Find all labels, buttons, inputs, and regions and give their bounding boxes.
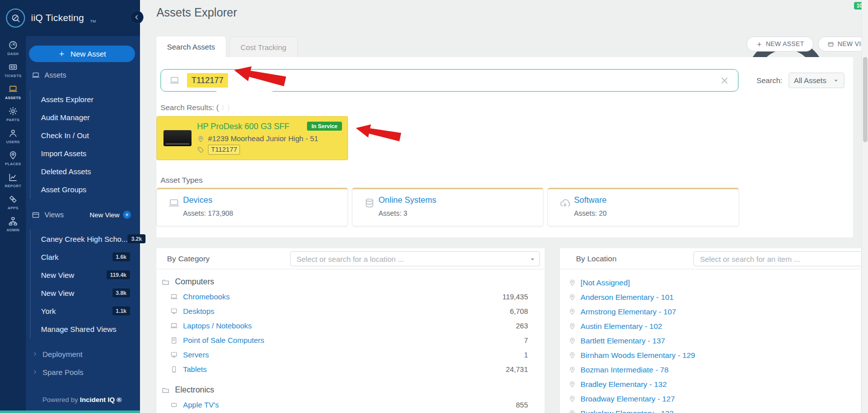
rail-item-admin[interactable]: ADMIN: [6, 216, 20, 232]
sidebar-item-asset-groups[interactable]: Asset Groups: [30, 181, 135, 199]
category-link[interactable]: Desktops: [183, 307, 214, 315]
category-link[interactable]: Apple TV's: [183, 400, 219, 409]
search-result-card[interactable]: HP ProDesk 600 G3 SFF #1239 Moorhead Jun…: [156, 116, 348, 160]
rail-item-report[interactable]: REPORT: [4, 172, 21, 188]
location-item-filter[interactable]: [694, 251, 861, 266]
section-toggle-deployment[interactable]: Deployment: [32, 347, 135, 360]
asset-type-link[interactable]: Software: [574, 195, 606, 205]
search-scope-value: All Assets: [794, 76, 826, 85]
asset-type-count: Assets: 3: [378, 209, 408, 217]
category-link[interactable]: Chromebooks: [183, 292, 230, 301]
location-link[interactable]: [Not Assigned]: [580, 278, 630, 287]
sidebar-item-audit-manager[interactable]: Audit Manager: [30, 109, 135, 127]
rail-item-tickets[interactable]: TICKETS: [4, 62, 22, 78]
assets-menu-list: Assets ExplorerAudit ManagerCheck In / O…: [30, 91, 135, 199]
view-item-york[interactable]: York1.1k: [30, 302, 135, 320]
category-item-point-of-sale-computers[interactable]: Point of Sale Computers7: [156, 333, 544, 347]
new-asset-button[interactable]: New Asset: [29, 46, 135, 62]
sidebar-item-manage-shared-views[interactable]: Manage Shared Views: [30, 320, 135, 338]
location-item-anderson-elementary-101[interactable]: Anderson Elementary - 101: [560, 290, 861, 304]
location-link[interactable]: Anderson Elementary - 101: [580, 293, 674, 302]
new-asset-action-button[interactable]: NEW ASSET: [746, 37, 814, 52]
sidebar-item-check-in-out[interactable]: Check In / Out: [30, 127, 135, 145]
rail-item-users[interactable]: USERS: [6, 128, 20, 144]
view-item-new-view[interactable]: New View3.8k: [30, 284, 135, 302]
tab-search-assets[interactable]: Search Assets: [156, 37, 226, 57]
location-link[interactable]: Birnham Woods Elementary - 129: [580, 351, 695, 360]
section-toggle-spare-pools[interactable]: Spare Pools: [32, 365, 135, 378]
location-item-birnham-woods-elementary-129[interactable]: Birnham Woods Elementary - 129: [560, 348, 861, 362]
location-link[interactable]: Bradley Elementary - 132: [580, 380, 667, 389]
location-item-austin-elementary-102[interactable]: Austin Elementary - 102: [560, 319, 861, 333]
category-link[interactable]: Laptops / Notebooks: [183, 321, 252, 330]
sidebar-item-assets-explorer[interactable]: Assets Explorer: [30, 91, 135, 109]
asset-type-cards: DevicesAssets: 173,908Online SystemsAsse…: [156, 188, 739, 226]
location-list: [Not Assigned]Anderson Elementary - 101A…: [560, 269, 861, 413]
asset-type-count: Assets: 20: [574, 209, 606, 217]
category-link[interactable]: Point of Sale Computers: [183, 336, 264, 344]
category-group-electronics: Electronics: [156, 382, 544, 397]
rail-item-label: ADMIN: [6, 228, 20, 232]
sidebar-item-import-assets[interactable]: Import Assets: [30, 145, 135, 163]
orgchart-icon: [8, 216, 18, 226]
view-item-clark[interactable]: Clark1.6k: [30, 248, 135, 266]
location-item-bozman-intermediate-78[interactable]: Bozman Intermediate - 78: [560, 362, 861, 377]
category-filter-input[interactable]: [290, 252, 540, 266]
page-scrollbar[interactable]: [862, 0, 868, 413]
asset-type-card-software[interactable]: SoftwareAssets: 20: [548, 188, 739, 226]
view-item-caney-creek-high-scho[interactable]: Caney Creek High Scho...3.2k: [30, 230, 135, 248]
category-item-servers[interactable]: Servers1: [156, 347, 544, 362]
view-count-badge: 3.8k: [112, 288, 130, 297]
new-view-link[interactable]: New View: [90, 211, 131, 219]
cloud-down-icon: [559, 197, 571, 209]
location-link[interactable]: Armstrong Elementary - 107: [580, 307, 676, 316]
search-scope-label: Search:: [756, 76, 782, 85]
location-link[interactable]: Broadway Elementary - 127: [580, 394, 675, 403]
category-item-apple-tv-s[interactable]: Apple TV's855: [156, 397, 544, 412]
location-item-armstrong-elementary-107[interactable]: Armstrong Elementary - 107: [560, 304, 861, 319]
pin-icon: [8, 150, 18, 160]
category-item-laptops-notebooks[interactable]: Laptops / Notebooks263: [156, 318, 544, 333]
location-item-buckalew-elementary-123[interactable]: Buckalew Elementary - 123: [560, 406, 861, 413]
rail-item-places[interactable]: PLACES: [5, 150, 21, 166]
category-location-filter[interactable]: [290, 251, 540, 266]
pin-icon: [568, 322, 576, 330]
location-link[interactable]: Bartlett Elementary - 137: [580, 336, 665, 345]
location-filter-input[interactable]: [694, 252, 861, 266]
location-item-not-assigned[interactable]: [Not Assigned]: [560, 275, 861, 290]
location-link[interactable]: Buckalew Elementary - 123: [580, 409, 674, 413]
rail-item-dash[interactable]: DASH: [8, 40, 18, 56]
top-action-buttons: NEW ASSET NEW VIEW: [746, 37, 868, 52]
location-item-bradley-elementary-132[interactable]: Bradley Elementary - 132: [560, 377, 861, 391]
asset-type-card-online-systems[interactable]: Online SystemsAssets: 3: [352, 188, 544, 226]
location-item-bartlett-elementary-137[interactable]: Bartlett Elementary - 137: [560, 333, 861, 348]
new-view-action-button[interactable]: NEW VIEW: [818, 37, 868, 52]
status-badge: In Service: [307, 122, 342, 131]
plus-icon: [123, 211, 131, 219]
location-link[interactable]: Bozman Intermediate - 78: [580, 365, 668, 374]
sidebar-collapse-button[interactable]: [130, 11, 144, 24]
monitor-icon: [170, 351, 178, 359]
rail-item-parts[interactable]: PARTS: [6, 106, 20, 122]
search-scope: Search: All Assets: [756, 73, 844, 88]
category-link[interactable]: Servers: [183, 350, 209, 359]
clear-search-icon[interactable]: [719, 75, 730, 86]
view-item-new-view[interactable]: New View119.4k: [30, 266, 135, 284]
rail-item-apps[interactable]: APPS: [8, 194, 18, 210]
asset-type-link[interactable]: Devices: [183, 195, 212, 205]
category-link[interactable]: Tablets: [183, 365, 207, 373]
category-item-desktops[interactable]: Desktops6,708: [156, 304, 544, 318]
sidebar-item-deleted-assets[interactable]: Deleted Assets: [30, 163, 135, 181]
asset-type-card-devices[interactable]: DevicesAssets: 173,908: [156, 188, 348, 226]
location-item-broadway-elementary-127[interactable]: Broadway Elementary - 127: [560, 391, 861, 406]
location-link[interactable]: Austin Elementary - 102: [580, 322, 662, 331]
tab-cost-tracking[interactable]: Cost Tracking: [230, 37, 298, 57]
category-item-chromebooks[interactable]: Chromebooks119,435: [156, 289, 544, 304]
plus-icon: [58, 50, 66, 58]
asset-type-link[interactable]: Online Systems: [378, 195, 436, 205]
search-scope-select[interactable]: All Assets: [788, 73, 844, 88]
rail-item-assets[interactable]: ASSETS: [5, 84, 21, 100]
category-item-tablets[interactable]: Tablets24,731: [156, 362, 544, 376]
asset-title-link[interactable]: HP ProDesk 600 G3 SFF: [197, 122, 318, 131]
scrollbar-thumb[interactable]: [863, 57, 868, 142]
